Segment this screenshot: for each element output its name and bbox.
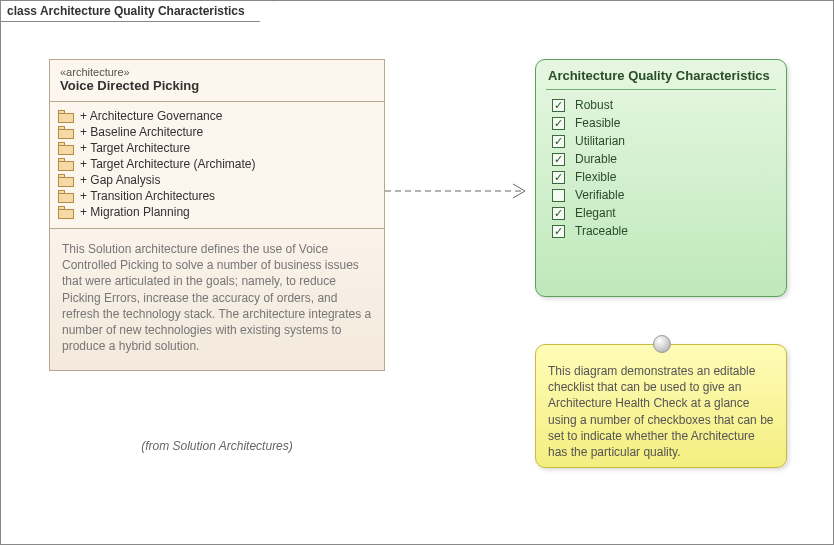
diagram-frame: class Architecture Quality Characteristi…	[0, 0, 834, 545]
checklist-label: Traceable	[575, 224, 628, 238]
member-label: + Transition Architectures	[80, 189, 215, 203]
architecture-description: This Solution architecture defines the u…	[50, 229, 384, 370]
package-icon	[58, 142, 74, 155]
member-label: + Target Architecture (Archimate)	[80, 157, 256, 171]
dependency-arrow	[385, 181, 535, 201]
svg-rect-10	[59, 193, 74, 202]
svg-rect-7	[59, 158, 65, 161]
checkbox[interactable]: ✓	[552, 225, 565, 238]
checklist-item[interactable]: ✓ Durable	[552, 150, 774, 168]
svg-rect-6	[59, 161, 74, 170]
svg-rect-4	[59, 145, 74, 154]
checkbox[interactable]: ✓	[552, 135, 565, 148]
checklist-items: ✓ Robust ✓ Feasible ✓ Utilitarian ✓ Dura…	[536, 96, 786, 250]
svg-rect-8	[59, 177, 74, 186]
architecture-name: Voice Directed Picking	[60, 78, 374, 93]
architecture-element[interactable]: «architecture» Voice Directed Picking + …	[49, 59, 385, 371]
checklist-label: Utilitarian	[575, 134, 625, 148]
note-handle-icon[interactable]	[653, 335, 671, 353]
svg-rect-9	[59, 174, 65, 177]
package-icon	[58, 174, 74, 187]
package-icon	[58, 206, 74, 219]
member-label: + Migration Planning	[80, 205, 190, 219]
package-icon	[58, 110, 74, 123]
member-row[interactable]: + Gap Analysis	[54, 172, 380, 188]
checklist-item[interactable]: ✓ Utilitarian	[552, 132, 774, 150]
svg-rect-1	[59, 110, 65, 113]
checklist-label: Robust	[575, 98, 613, 112]
diagram-title: class Architecture Quality Characteristi…	[1, 1, 274, 22]
checklist-label: Durable	[575, 152, 617, 166]
quality-checklist-note[interactable]: Architecture Quality Characteristics ✓ R…	[535, 59, 787, 297]
member-label: + Architecture Governance	[80, 109, 222, 123]
member-row[interactable]: + Migration Planning	[54, 204, 380, 220]
checklist-title: Architecture Quality Characteristics	[536, 60, 786, 87]
member-label: + Gap Analysis	[80, 173, 160, 187]
checkbox[interactable]	[552, 189, 565, 202]
checklist-item[interactable]: Verifiable	[552, 186, 774, 204]
member-row[interactable]: + Baseline Architecture	[54, 124, 380, 140]
note-text: This diagram demonstrates an editable ch…	[548, 364, 773, 459]
architecture-members: + Architecture Governance + Baseline Arc…	[50, 102, 384, 229]
checklist-label: Flexible	[575, 170, 616, 184]
checklist-item[interactable]: ✓ Elegant	[552, 204, 774, 222]
checklist-item[interactable]: ✓ Flexible	[552, 168, 774, 186]
checkbox[interactable]: ✓	[552, 171, 565, 184]
checkbox[interactable]: ✓	[552, 207, 565, 220]
package-icon	[58, 158, 74, 171]
member-row[interactable]: + Target Architecture	[54, 140, 380, 156]
package-icon	[58, 190, 74, 203]
checklist-item[interactable]: ✓ Feasible	[552, 114, 774, 132]
svg-rect-2	[59, 129, 74, 138]
checkbox[interactable]: ✓	[552, 99, 565, 112]
checklist-label: Feasible	[575, 116, 620, 130]
member-row[interactable]: + Architecture Governance	[54, 108, 380, 124]
checklist-item[interactable]: ✓ Traceable	[552, 222, 774, 240]
divider	[546, 89, 776, 90]
member-row[interactable]: + Transition Architectures	[54, 188, 380, 204]
package-icon	[58, 126, 74, 139]
checkbox[interactable]: ✓	[552, 153, 565, 166]
checklist-label: Elegant	[575, 206, 616, 220]
svg-rect-11	[59, 190, 65, 193]
description-note[interactable]: This diagram demonstrates an editable ch…	[535, 344, 787, 468]
checkbox[interactable]: ✓	[552, 117, 565, 130]
svg-rect-13	[59, 206, 65, 209]
checklist-label: Verifiable	[575, 188, 624, 202]
member-label: + Target Architecture	[80, 141, 190, 155]
stereotype-label: «architecture»	[60, 66, 374, 78]
svg-rect-5	[59, 142, 65, 145]
checklist-item[interactable]: ✓ Robust	[552, 96, 774, 114]
from-label: (from Solution Architectures)	[49, 439, 385, 453]
svg-rect-3	[59, 126, 65, 129]
svg-rect-0	[59, 113, 74, 122]
member-label: + Baseline Architecture	[80, 125, 203, 139]
member-row[interactable]: + Target Architecture (Archimate)	[54, 156, 380, 172]
architecture-header: «architecture» Voice Directed Picking	[50, 60, 384, 102]
svg-rect-12	[59, 209, 74, 218]
